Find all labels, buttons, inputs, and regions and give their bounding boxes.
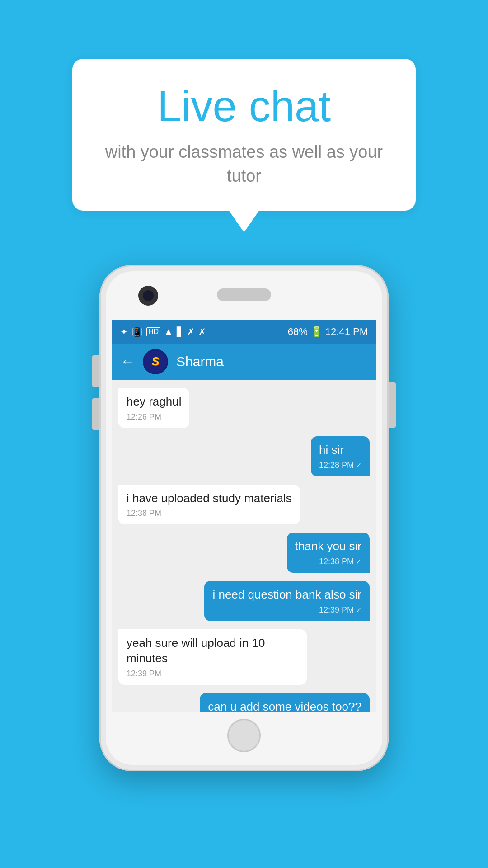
checkmark-icon: ✓ bbox=[356, 606, 361, 614]
message-text: i have uploaded study materials bbox=[127, 491, 292, 506]
message-text: thank you sir bbox=[295, 539, 361, 554]
message-time: 12:39 PM bbox=[127, 669, 299, 679]
wifi-icon: ▲ bbox=[164, 326, 173, 337]
messages-container: hey raghul 12:26 PM hi sir 12:28 PM ✓ i … bbox=[112, 380, 376, 712]
status-bar-right: 68% 🔋 12:41 PM bbox=[288, 326, 368, 338]
message-bubble: hey raghul 12:26 PM bbox=[118, 388, 189, 428]
checkmark-icon: ✓ bbox=[356, 557, 361, 566]
avatar bbox=[143, 349, 168, 374]
phone-outer-shell: ✦ 📳 HD ▲ ▋ ✗ ✗ 68% 🔋 12: bbox=[99, 265, 389, 771]
signal-icon-2: ✗ bbox=[187, 326, 195, 337]
bubble-title: Live chat bbox=[104, 82, 384, 130]
volume-down-button bbox=[92, 398, 99, 430]
phone-screen: ✦ 📳 HD ▲ ▋ ✗ ✗ 68% 🔋 12: bbox=[112, 320, 376, 712]
phone-inner-shell: ✦ 📳 HD ▲ ▋ ✗ ✗ 68% 🔋 12: bbox=[106, 271, 382, 765]
back-button[interactable]: ← bbox=[120, 353, 135, 370]
signal-icon: ▋ bbox=[177, 326, 183, 337]
message-bubble: thank you sir 12:38 PM ✓ bbox=[287, 533, 370, 573]
message-bubble: can u add some videos too?? 12:39 PM ✓ bbox=[200, 693, 370, 712]
screen-content: ✦ 📳 HD ▲ ▋ ✗ ✗ 68% 🔋 12: bbox=[112, 320, 376, 712]
signal-icon-3: ✗ bbox=[198, 326, 206, 337]
message-text: hey raghul bbox=[127, 394, 181, 410]
power-button bbox=[389, 382, 396, 428]
status-bar: ✦ 📳 HD ▲ ▋ ✗ ✗ 68% 🔋 12: bbox=[112, 320, 376, 344]
message-time: 12:39 PM ✓ bbox=[212, 605, 361, 615]
hd-icon: HD bbox=[146, 327, 160, 336]
earpiece-speaker bbox=[217, 288, 271, 301]
bluetooth-icon: ✦ bbox=[120, 326, 128, 337]
chat-header: ← Sharma bbox=[112, 344, 376, 380]
message-time: 12:28 PM ✓ bbox=[319, 461, 361, 470]
status-bar-left: ✦ 📳 HD ▲ ▋ ✗ ✗ bbox=[120, 326, 206, 337]
message-time: 12:38 PM ✓ bbox=[295, 557, 361, 566]
message-bubble: yeah sure will upload in 10 minutes 12:3… bbox=[118, 629, 307, 685]
message-bubble: i have uploaded study materials 12:38 PM bbox=[118, 485, 300, 525]
phone-mockup: ✦ 📳 HD ▲ ▋ ✗ ✗ 68% 🔋 12: bbox=[99, 265, 389, 771]
vibrate-icon: 📳 bbox=[131, 326, 143, 337]
contact-name: Sharma bbox=[176, 354, 224, 369]
home-button[interactable] bbox=[227, 719, 261, 752]
message-bubble: i need question bank also sir 12:39 PM ✓ bbox=[204, 581, 370, 621]
clock: 12:41 PM bbox=[325, 326, 368, 338]
speech-bubble: Live chat with your classmates as well a… bbox=[72, 59, 416, 211]
volume-up-button bbox=[92, 355, 99, 387]
message-text: yeah sure will upload in 10 minutes bbox=[127, 636, 299, 666]
message-time: 12:26 PM bbox=[127, 412, 181, 422]
message-bubble: hi sir 12:28 PM ✓ bbox=[311, 436, 370, 476]
message-text: i need question bank also sir bbox=[212, 587, 361, 603]
battery-icon: 🔋 bbox=[310, 326, 323, 338]
message-text: hi sir bbox=[319, 443, 361, 458]
page-background: Live chat with your classmates as well a… bbox=[0, 0, 488, 868]
message-time: 12:38 PM bbox=[127, 509, 292, 518]
front-camera bbox=[138, 286, 158, 306]
checkmark-icon: ✓ bbox=[356, 461, 361, 470]
bubble-subtitle: with your classmates as well as your tut… bbox=[104, 140, 384, 188]
battery-percentage: 68% bbox=[288, 326, 308, 338]
message-text: can u add some videos too?? bbox=[208, 699, 361, 712]
